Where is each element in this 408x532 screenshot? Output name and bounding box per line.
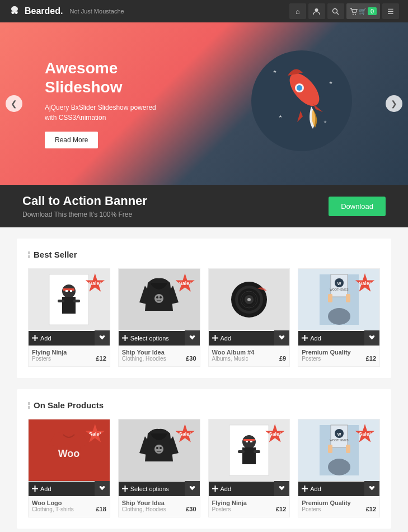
product-actions: Add xyxy=(298,481,379,496)
product-wishlist-button[interactable] xyxy=(274,330,289,346)
product-card: W WOOTHEMES Sale! Add£12Premium QualityP… xyxy=(298,268,380,367)
svg-rect-67 xyxy=(242,447,256,464)
slideshow-next-button[interactable]: ❯ xyxy=(386,95,402,112)
product-price: £12 xyxy=(366,506,376,512)
product-wishlist-button[interactable] xyxy=(364,481,379,496)
svg-rect-53 xyxy=(302,338,308,339)
product-name: Premium Quality xyxy=(302,349,376,356)
on-sale-section: On Sale Products Woo Sale! Add£18Woo Log… xyxy=(17,389,391,529)
product-name: Premium Quality xyxy=(302,500,376,506)
product-add-button[interactable]: Add xyxy=(29,331,95,346)
logo-text: Bearded. xyxy=(25,6,63,16)
product-image: Woo Sale! xyxy=(29,419,110,481)
product-image: W WOOTHEMES Sale! xyxy=(298,419,379,481)
read-more-button[interactable]: Read More xyxy=(45,132,98,148)
product-image: Sale! xyxy=(119,269,200,330)
svg-rect-26 xyxy=(32,338,38,339)
svg-rect-68 xyxy=(238,450,245,453)
product-category: Clothing, T-shirts xyxy=(32,506,106,512)
product-price: £30 xyxy=(186,506,196,512)
title-decoration xyxy=(28,402,30,409)
search-nav-button[interactable] xyxy=(327,3,344,19)
user-nav-button[interactable] xyxy=(308,3,325,19)
product-category: Posters xyxy=(302,506,376,512)
svg-rect-24 xyxy=(70,290,72,292)
svg-point-61 xyxy=(160,447,162,449)
product-add-button[interactable]: Select options xyxy=(119,331,185,346)
slideshow-prev-button[interactable]: ❮ xyxy=(6,95,22,112)
slide-title: AwesomeSlideshow xyxy=(45,59,408,96)
home-nav-button[interactable]: ⌂ xyxy=(289,3,306,19)
best-seller-section: Best Seller Sale! Add£12Flying NinjaPost… xyxy=(17,239,391,378)
product-image xyxy=(209,269,290,330)
svg-point-66 xyxy=(242,435,256,449)
svg-rect-82 xyxy=(346,445,350,453)
svg-text:W: W xyxy=(337,432,341,436)
svg-rect-32 xyxy=(122,338,128,339)
svg-rect-81 xyxy=(328,445,332,453)
product-actions: Add xyxy=(29,481,110,496)
product-card: Woo Sale! Add£18Woo LogoClothing, T-shir… xyxy=(28,419,110,517)
svg-point-29 xyxy=(156,296,158,298)
product-category: Posters xyxy=(302,356,376,362)
svg-rect-63 xyxy=(122,488,128,489)
svg-point-7 xyxy=(353,13,354,15)
product-add-button[interactable]: Add xyxy=(298,482,364,496)
svg-rect-70 xyxy=(243,439,255,441)
svg-text:Woo: Woo xyxy=(58,448,80,459)
product-wishlist-button[interactable] xyxy=(274,481,289,496)
svg-text:W: W xyxy=(337,282,341,286)
logo: Bearded. Not Just Moustache xyxy=(9,4,124,18)
svg-rect-85 xyxy=(302,488,308,489)
product-price: £12 xyxy=(366,355,376,362)
svg-text:WOOTHEMES: WOOTHEMES xyxy=(330,438,349,442)
svg-point-59 xyxy=(154,445,163,454)
on-sale-title: On Sale Products xyxy=(28,400,380,410)
svg-point-38 xyxy=(247,298,251,301)
product-wishlist-button[interactable] xyxy=(185,481,200,496)
cart-icon-text: 🛒 xyxy=(359,8,367,15)
slide-content: AwesomeSlideshow AjQuery BxSlider Slides… xyxy=(0,59,408,148)
cart-nav-button[interactable]: 🛒 0 xyxy=(346,3,380,19)
svg-rect-23 xyxy=(65,290,68,292)
product-wishlist-button[interactable] xyxy=(95,330,110,346)
product-name: Ship Your Idea xyxy=(122,500,196,506)
svg-point-0 xyxy=(11,6,18,12)
product-price: £12 xyxy=(96,355,106,362)
svg-point-18 xyxy=(62,284,76,298)
svg-rect-71 xyxy=(246,441,248,442)
product-wishlist-button[interactable] xyxy=(95,481,110,496)
svg-rect-50 xyxy=(346,294,350,302)
product-add-button[interactable]: Select options xyxy=(119,482,185,496)
product-add-button[interactable]: Add xyxy=(298,331,364,346)
cta-text-area: Call to Action Banner Download This them… xyxy=(22,194,147,218)
svg-rect-22 xyxy=(63,288,74,291)
svg-rect-19 xyxy=(62,297,76,314)
svg-point-3 xyxy=(15,12,17,14)
product-wishlist-button[interactable] xyxy=(185,330,200,346)
product-name: Woo Album #4 xyxy=(212,349,287,356)
svg-point-60 xyxy=(156,447,158,449)
title-decoration xyxy=(28,251,30,258)
product-category: Clothing, Hoodies xyxy=(122,356,196,362)
svg-line-6 xyxy=(337,12,339,15)
product-actions: Select options xyxy=(119,481,200,496)
cta-download-button[interactable]: Download xyxy=(329,197,386,216)
svg-rect-21 xyxy=(73,300,80,302)
product-add-button[interactable]: Add xyxy=(29,482,95,496)
product-category: Posters xyxy=(212,506,287,512)
product-price: £9 xyxy=(279,355,286,362)
product-name: Woo Logo xyxy=(32,500,106,506)
product-card: Sale! Add£12Flying NinjaPosters xyxy=(28,268,110,367)
best-seller-product-grid: Sale! Add£12Flying NinjaPosters Sale! Se… xyxy=(28,268,380,367)
product-wishlist-button[interactable] xyxy=(364,330,379,346)
header-tagline: Not Just Moustache xyxy=(69,8,124,15)
product-add-button[interactable]: Add xyxy=(209,482,275,496)
product-card: W WOOTHEMES Sale! Add£12Premium QualityP… xyxy=(298,419,380,517)
product-add-button[interactable]: Add xyxy=(209,331,275,346)
svg-rect-74 xyxy=(212,488,218,489)
cta-banner: Call to Action Banner Download This them… xyxy=(0,185,408,227)
svg-rect-72 xyxy=(250,441,252,442)
menu-nav-button[interactable]: ☰ xyxy=(382,3,399,19)
on-sale-product-grid: Woo Sale! Add£18Woo LogoClothing, T-shir… xyxy=(28,419,380,517)
